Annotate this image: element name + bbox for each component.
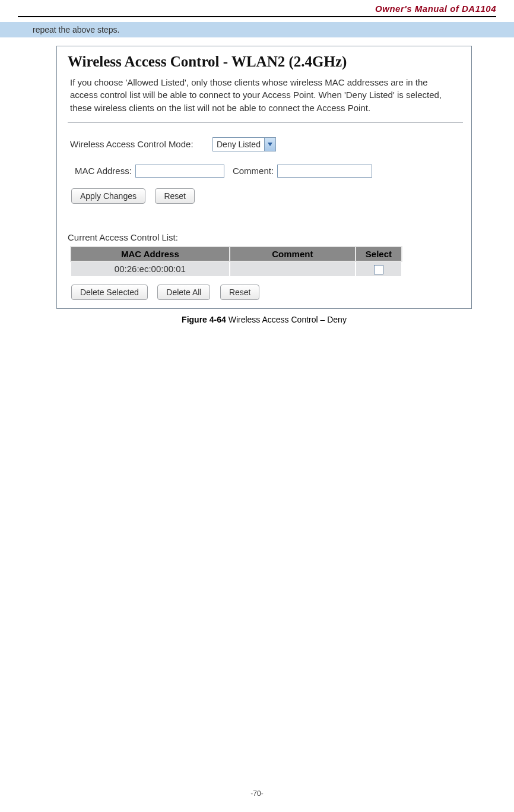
reset-button[interactable]: Reset xyxy=(155,188,195,204)
comment-label: Comment: xyxy=(233,166,274,176)
table-header-select: Select xyxy=(356,247,402,261)
table-header-row: MAC Address Comment Select xyxy=(71,247,402,261)
page-number: -70- xyxy=(250,789,263,798)
delete-selected-button[interactable]: Delete Selected xyxy=(71,285,148,300)
panel-description: If you choose 'Allowed Listed', only tho… xyxy=(70,76,457,114)
instruction-bar: repeat the above steps. xyxy=(0,22,514,37)
screenshot-frame: Wireless Access Control - WLAN2 (2.4GHz)… xyxy=(56,46,472,309)
mode-label: Wireless Access Control Mode: xyxy=(70,139,212,149)
apply-changes-button[interactable]: Apply Changes xyxy=(71,188,145,204)
delete-all-button[interactable]: Delete All xyxy=(157,285,210,300)
mac-address-label: MAC Address: xyxy=(75,166,132,176)
table-cell-comment xyxy=(230,261,356,277)
mode-select[interactable]: Deny Listed xyxy=(212,137,276,151)
mode-select-value: Deny Listed xyxy=(213,140,264,149)
reset-list-button[interactable]: Reset xyxy=(220,285,260,300)
figure-caption-number: Figure 4-64 xyxy=(182,315,229,324)
row-select-checkbox[interactable] xyxy=(374,265,383,274)
page-footer: -70- xyxy=(0,789,514,798)
mac-address-input[interactable] xyxy=(135,165,224,178)
figure-caption: Figure 4-64 Wireless Access Control – De… xyxy=(56,315,472,324)
comment-input[interactable] xyxy=(277,165,372,178)
panel-inner-divider xyxy=(68,122,463,123)
chevron-down-icon[interactable] xyxy=(264,138,275,151)
figure-caption-text: Wireless Access Control – Deny xyxy=(229,315,347,324)
panel-title: Wireless Access Control - WLAN2 (2.4GHz) xyxy=(68,53,463,70)
table-header-comment: Comment xyxy=(230,247,356,261)
table-header-mac: MAC Address xyxy=(71,247,230,261)
document-header-title: Owner's Manual of DA1104 xyxy=(375,4,496,14)
access-control-table: MAC Address Comment Select 00:26:ec:00:0… xyxy=(70,246,402,277)
table-cell-select xyxy=(356,261,402,277)
table-cell-mac: 00:26:ec:00:00:01 xyxy=(71,261,230,277)
table-row: 00:26:ec:00:00:01 xyxy=(71,261,402,277)
header-divider xyxy=(18,16,496,17)
current-list-label: Current Access Control List: xyxy=(68,232,463,242)
